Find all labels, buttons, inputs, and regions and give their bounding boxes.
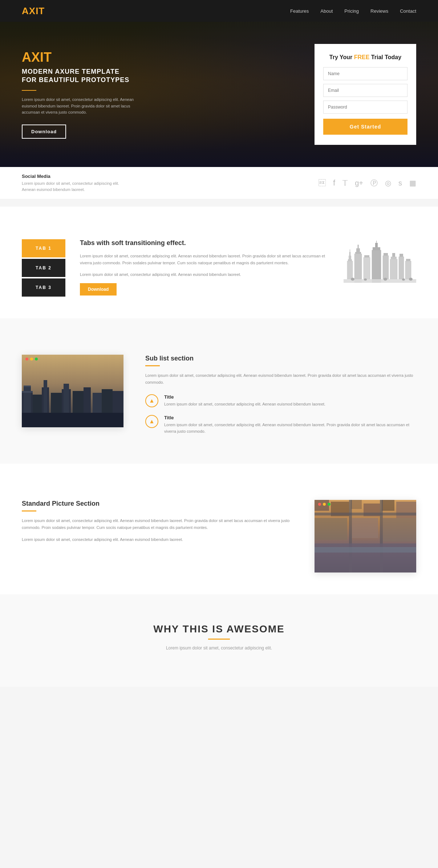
tabs-list: TAB 1 TAB 2 TAB 3 xyxy=(22,239,65,297)
photo-svg xyxy=(22,355,123,427)
svg-rect-2 xyxy=(349,256,351,259)
instagram-icon[interactable]: ◎ xyxy=(385,179,391,187)
sublist-item-1-desc: Lorem ipsum dolor sit amet, consectetur … xyxy=(164,401,325,408)
svg-rect-21 xyxy=(400,254,403,257)
sublist-item-1-title: Title xyxy=(164,394,325,400)
sublist-item-2-text: Title Lorem ipsum dolor sit amet, consec… xyxy=(164,415,416,435)
tabs-para1: Lorem ipsum dolor sit amet, consectetur … xyxy=(80,253,329,266)
stumbleupon-icon[interactable]: s xyxy=(398,179,402,187)
hero-divider xyxy=(22,90,36,91)
svg-point-27 xyxy=(351,278,354,281)
svg-rect-22 xyxy=(405,261,411,279)
twitter-icon[interactable]: 𝕋 xyxy=(342,179,348,187)
social-desc: Lorem ipsum dolor sit amet, consectetur … xyxy=(22,180,319,192)
svg-rect-54 xyxy=(382,500,394,511)
sublist-image-wrapper xyxy=(22,355,123,427)
svg-rect-20 xyxy=(399,257,404,279)
social-title: Social Media xyxy=(22,174,319,179)
svg-rect-10 xyxy=(364,255,369,257)
password-input[interactable] xyxy=(323,101,407,114)
svg-rect-52 xyxy=(351,500,362,509)
spacer-3 xyxy=(0,318,438,333)
rss-icon[interactable]: ▦ xyxy=(409,179,416,187)
svg-rect-56 xyxy=(315,513,416,515)
logo-it: IT xyxy=(36,5,45,16)
hero-logo-it: IT xyxy=(40,50,52,65)
dot-green xyxy=(35,358,38,360)
email-input[interactable] xyxy=(323,84,407,97)
standard-heading: Standard Picture Section xyxy=(22,500,293,508)
standard-accent xyxy=(22,510,36,512)
why-accent xyxy=(208,639,230,640)
hero-title: AXIT xyxy=(22,50,189,65)
logo-ax: AX xyxy=(22,5,36,16)
nav-about[interactable]: About xyxy=(320,8,333,14)
dot-red xyxy=(25,358,28,360)
why-section: WHY THIS IS AWESOME Lorem ipsum dolor si… xyxy=(0,602,438,687)
standard-city-photo xyxy=(315,500,416,572)
svg-rect-4 xyxy=(350,249,350,252)
name-input[interactable] xyxy=(323,67,407,80)
navbar: AXIT Features About Pricing Reviews Cont… xyxy=(0,0,438,22)
std-photo-svg xyxy=(315,500,416,572)
tabs-section: TAB 1 TAB 2 TAB 3 Tabs with soft transit… xyxy=(0,217,438,318)
sublist-accent xyxy=(145,365,160,366)
svg-rect-61 xyxy=(383,518,416,542)
nav-pricing[interactable]: Pricing xyxy=(344,8,359,14)
nav-reviews[interactable]: Reviews xyxy=(370,8,388,14)
nav-contact[interactable]: Contact xyxy=(400,8,416,14)
nav-features[interactable]: Features xyxy=(290,8,309,14)
svg-rect-12 xyxy=(373,247,380,250)
svg-point-31 xyxy=(409,278,413,281)
svg-rect-23 xyxy=(406,259,410,261)
city-svg xyxy=(344,239,416,283)
sublist-item-2: ▲ Title Lorem ipsum dolor sit amet, cons… xyxy=(145,415,416,435)
standard-window-dots xyxy=(318,503,330,506)
hero-download-button[interactable]: Download xyxy=(22,125,66,139)
svg-rect-6 xyxy=(355,252,361,254)
standard-para2: Lorem ipsum dolor sit amet, consectetur … xyxy=(22,536,293,543)
svg-rect-17 xyxy=(390,259,397,279)
pinterest-icon[interactable]: Ⓟ xyxy=(370,178,378,188)
logo: AXIT xyxy=(22,5,45,17)
tab-2[interactable]: TAB 2 xyxy=(22,259,65,277)
standard-text: Standard Picture Section Lorem ipsum dol… xyxy=(22,500,293,548)
spacer-4 xyxy=(0,464,438,478)
social-bar: Social Media Lorem ipsum dolor sit amet,… xyxy=(0,167,438,199)
tab-1[interactable]: TAB 1 xyxy=(22,239,65,257)
sublist-description: Lorem ipsum dolor sit amet, consectetur … xyxy=(145,372,416,386)
svg-rect-16 xyxy=(384,253,388,256)
sublist-icon-2: ▲ xyxy=(145,415,158,428)
tabs-download-button[interactable]: Download xyxy=(80,283,117,296)
svg-point-28 xyxy=(364,278,367,281)
hero-form: Try Your FREE Trial Today Get Started xyxy=(315,44,416,145)
sublist-item-2-desc: Lorem ipsum dolor sit amet, consectetur … xyxy=(164,422,416,435)
dot-yellow xyxy=(30,358,33,360)
svg-rect-11 xyxy=(372,250,381,279)
standard-pic-section: Standard Picture Section Lorem ipsum dol… xyxy=(0,478,438,594)
tabs-content: Tabs with soft transitioning effect. Lor… xyxy=(80,239,329,296)
googleplus-icon[interactable]: g+ xyxy=(355,179,363,187)
sublist-heading: Sub list section xyxy=(145,355,416,362)
facebook-icon-f[interactable]: ​f xyxy=(333,178,335,188)
spacer-2 xyxy=(0,207,438,217)
svg-rect-47 xyxy=(24,386,31,387)
hero-form-title: Try Your FREE Trial Today xyxy=(323,54,407,61)
svg-rect-63 xyxy=(315,547,416,553)
city-illustration xyxy=(344,239,416,284)
svg-rect-55 xyxy=(396,502,416,518)
hero-content: AXIT MODERN AXURE TEMPLATEFOR BEAUTIFUL … xyxy=(22,50,189,139)
svg-rect-8 xyxy=(358,245,358,248)
tab-3[interactable]: TAB 3 xyxy=(22,278,65,297)
get-started-button[interactable]: Get Started xyxy=(323,119,407,135)
why-spacer xyxy=(22,651,416,672)
svg-rect-19 xyxy=(392,253,395,257)
svg-rect-59 xyxy=(315,518,347,540)
sublist-item-2-title: Title xyxy=(164,415,416,420)
svg-rect-25 xyxy=(372,279,381,283)
hero-description: Lorem ipsum dolor sit amet, consectetur … xyxy=(22,97,145,116)
svg-rect-9 xyxy=(364,257,370,279)
tabs-para2: Lorem ipsum dolor sit amet, consectetur … xyxy=(80,271,329,278)
facebook-icon[interactable]:  xyxy=(319,179,326,187)
sublist-city-photo xyxy=(22,355,123,427)
